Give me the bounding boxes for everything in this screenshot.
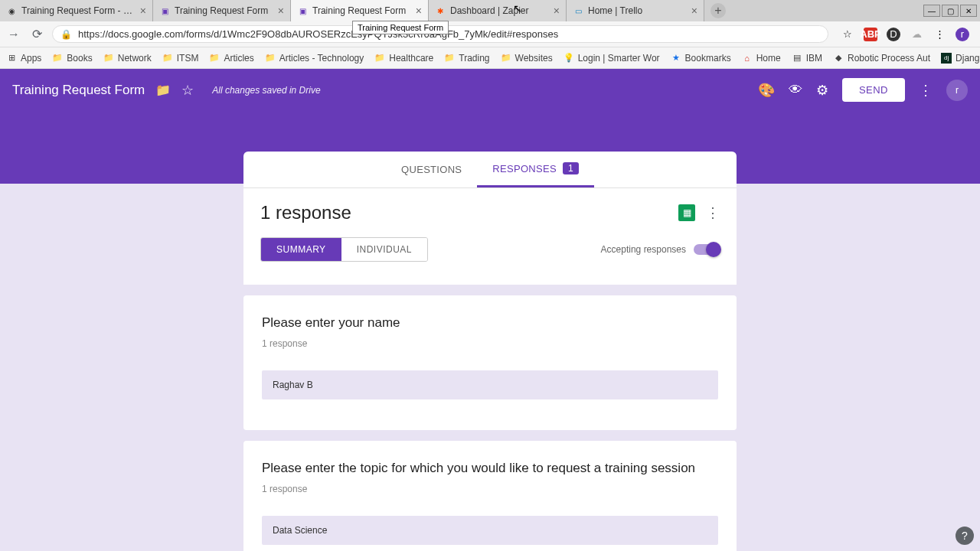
form-tabs: QUESTIONS RESPONSES 1 — [243, 152, 737, 187]
apps-shortcut[interactable]: ⊞Apps — [6, 53, 41, 64]
browser-tab-active[interactable]: ▣ Training Request Form × — [291, 0, 429, 21]
favicon-forms-icon: ▣ — [159, 5, 170, 16]
move-folder-icon[interactable]: 📁 — [155, 83, 171, 97]
folder-icon: 📁 — [52, 53, 63, 64]
preview-icon[interactable]: 👁 — [789, 82, 802, 98]
bookmark-item[interactable]: 📁Books — [52, 53, 92, 64]
responses-count-badge: 1 — [563, 162, 579, 174]
bookmarks-bar: ⊞Apps 📁Books 📁Network 📁ITSM 📁Articles 📁A… — [0, 47, 980, 69]
close-icon[interactable]: × — [416, 5, 422, 17]
ibm-icon: ▤ — [792, 53, 802, 64]
response-value: Raghav B — [262, 370, 718, 399]
palette-icon[interactable]: 🎨 — [758, 82, 775, 99]
close-icon[interactable]: × — [140, 5, 146, 17]
address-bar: → ⟳ 🔒 https://docs.google.com/forms/d/1W… — [0, 21, 980, 47]
window-controls: — ▢ ✕ — [923, 0, 980, 21]
apps-icon: ⊞ — [6, 53, 17, 64]
individual-view-button[interactable]: INDIVIDUAL — [341, 238, 427, 261]
close-window-button[interactable]: ✕ — [960, 5, 977, 17]
bookmark-item[interactable]: ★Bookmarks — [671, 53, 731, 64]
help-button[interactable]: ? — [956, 527, 974, 545]
minimize-button[interactable]: — — [923, 5, 940, 17]
close-icon[interactable]: × — [554, 5, 560, 17]
response-value: Data Science — [262, 516, 718, 545]
bookmark-item[interactable]: 📁Articles - Technology — [265, 53, 364, 64]
cloud-icon[interactable]: ☁ — [910, 28, 923, 41]
view-segmented-control: SUMMARY INDIVIDUAL — [260, 237, 428, 262]
browser-tab[interactable]: ▭ Home | Trello × — [567, 0, 704, 21]
maximize-button[interactable]: ▢ — [942, 5, 959, 17]
bookmark-item[interactable]: 💡Login | Smarter Wor — [564, 53, 660, 64]
folder-icon: 📁 — [374, 53, 385, 64]
more-icon[interactable]: ⋮ — [919, 82, 933, 99]
tab-tooltip: Training Request Form — [352, 21, 449, 34]
new-tab-button[interactable]: + — [710, 3, 726, 18]
cursor-icon: ↖ — [513, 2, 522, 15]
star-icon: ★ — [671, 53, 681, 64]
bookmark-item[interactable]: ⌂Home — [742, 53, 781, 64]
close-icon[interactable]: × — [278, 5, 284, 17]
responses-summary-card: 1 response ▦ ⋮ SUMMARY INDIVIDUAL Accept… — [243, 187, 737, 285]
favicon-forms-icon: ▣ — [297, 5, 308, 16]
folder-icon: 📁 — [209, 53, 220, 64]
forward-button[interactable]: → — [6, 27, 21, 42]
account-avatar[interactable]: r — [946, 80, 968, 101]
bookmark-item[interactable]: djDjango Community — [941, 53, 980, 64]
bookmark-item[interactable]: 📁Healthcare — [374, 53, 433, 64]
browser-tab-strip: ◉ Training Request Form - Google × ▣ Tra… — [0, 0, 980, 21]
bookmark-item[interactable]: ▤IBM — [792, 53, 822, 64]
tab-title: Home | Trello — [588, 5, 687, 16]
adblock-icon[interactable]: ABP — [864, 28, 877, 41]
star-icon[interactable]: ☆ — [181, 82, 194, 99]
bookmark-item[interactable]: 📁ITSM — [162, 53, 199, 64]
question-response-card: Please enter the topic for which you wou… — [243, 441, 737, 551]
tab-title: Training Request Form - Google — [21, 5, 136, 16]
bookmark-item[interactable]: 📁Network — [103, 53, 152, 64]
question-response-count: 1 response — [262, 338, 718, 349]
accepting-responses-label: Accepting responses — [601, 244, 686, 255]
url-text: https://docs.google.com/forms/d/1Wmc2F9O… — [78, 28, 558, 40]
bookmark-item[interactable]: 📁Trading — [444, 53, 489, 64]
bookmark-item[interactable]: 📁Articles — [209, 53, 253, 64]
response-count-title: 1 response — [260, 202, 351, 223]
question-response-count: 1 response — [262, 484, 718, 494]
browser-tab[interactable]: ◉ Training Request Form - Google × — [0, 0, 153, 21]
save-status: All changes saved in Drive — [212, 85, 320, 96]
browser-tab[interactable]: ✱ Dashboard | Zapier × — [429, 0, 567, 21]
settings-gear-icon[interactable]: ⚙ — [816, 82, 828, 99]
extension-icon[interactable]: D — [887, 28, 900, 41]
tab-questions[interactable]: QUESTIONS — [386, 152, 477, 187]
favicon-google-icon: ◉ — [6, 5, 17, 16]
question-response-card: Please enter your name 1 response Raghav… — [243, 295, 737, 430]
tab-title: Dashboard | Zapier — [450, 5, 549, 16]
reload-button[interactable]: ⟳ — [29, 27, 44, 42]
profile-avatar[interactable]: r — [956, 28, 969, 41]
form-title[interactable]: Training Request Form — [12, 83, 145, 98]
folder-icon: 📁 — [444, 53, 455, 64]
folder-icon: 📁 — [162, 53, 173, 64]
summary-view-button[interactable]: SUMMARY — [261, 238, 341, 261]
accepting-responses-toggle[interactable] — [694, 244, 720, 255]
django-icon: dj — [941, 53, 952, 64]
star-bookmark-icon[interactable]: ☆ — [841, 28, 854, 41]
menu-overflow-icon[interactable]: ⋮ — [933, 28, 946, 41]
close-icon[interactable]: × — [691, 5, 697, 17]
favicon-trello-icon: ▭ — [573, 5, 583, 16]
lock-icon: 🔒 — [60, 29, 72, 40]
bookmark-item[interactable]: ◆Robotic Process Aut — [833, 53, 930, 64]
tab-title: Training Request Form — [312, 5, 411, 16]
create-spreadsheet-button[interactable]: ▦ — [678, 204, 695, 221]
bulb-icon: 💡 — [564, 53, 574, 64]
bookmark-item[interactable]: 📁Websites — [501, 53, 553, 64]
responses-more-icon[interactable]: ⋮ — [706, 204, 720, 221]
folder-icon: 📁 — [501, 53, 511, 64]
browser-tab[interactable]: ▣ Training Request Form × — [153, 0, 291, 21]
folder-icon: 📁 — [103, 53, 114, 64]
favicon-zapier-icon: ✱ — [435, 5, 446, 16]
folder-icon: 📁 — [265, 53, 276, 64]
tab-responses[interactable]: RESPONSES 1 — [477, 152, 594, 187]
question-title: Please enter the topic for which you wou… — [262, 461, 718, 476]
tab-title: Training Request Form — [175, 5, 273, 16]
send-button[interactable]: SEND — [842, 78, 905, 102]
rpa-icon: ◆ — [833, 53, 844, 64]
